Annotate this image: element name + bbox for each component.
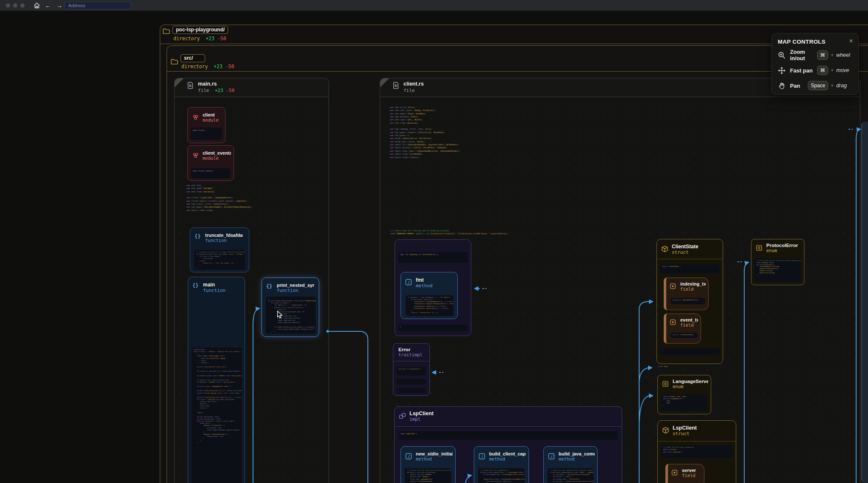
code-fragment: struct Stag bbox=[658, 366, 683, 369]
mouse-cursor bbox=[276, 311, 284, 321]
node-title: LspClient bbox=[409, 411, 434, 416]
directory-name-src[interactable]: src/ bbox=[181, 54, 205, 62]
method-icon: f bbox=[548, 453, 555, 460]
field-node-event-tx[interactable]: event_tx field bbox=[664, 314, 701, 344]
node-kind: struct bbox=[673, 431, 697, 436]
code-snippet: /// Builds the client capabilitiesfn bui… bbox=[478, 468, 525, 483]
map-controls-row-pan: Pan Space + drag bbox=[778, 80, 853, 91]
struct-icon bbox=[661, 245, 668, 253]
code-snippet: #[derive(Debug, Clone, Copy)]pub enum La… bbox=[661, 394, 707, 411]
home-icon[interactable] bbox=[33, 2, 41, 11]
code-snippet: #[tokio::main]async fn main() -> Result<… bbox=[192, 347, 242, 483]
file-meta: file bbox=[403, 88, 415, 93]
code-snippet: } bbox=[396, 388, 426, 393]
cmd-keycap: ⌘ bbox=[817, 66, 828, 75]
directory-name-root[interactable]: poc-lsp-playground/ bbox=[172, 26, 228, 34]
struct-icon bbox=[662, 427, 669, 434]
map-controls-title: MAP CONTROLS bbox=[778, 39, 852, 45]
window-control-dot[interactable] bbox=[6, 3, 10, 8]
module-icon bbox=[192, 152, 199, 159]
node-kind: method bbox=[416, 283, 433, 289]
map-controls-row-zoom: Zoom in/out ⌘ + wheel bbox=[778, 50, 853, 61]
node-kind: module bbox=[203, 117, 219, 122]
enum-icon bbox=[662, 380, 669, 388]
code-snippet bbox=[396, 379, 426, 385]
field-icon bbox=[671, 469, 679, 477]
node-title: indexing_tx bbox=[680, 281, 706, 286]
node-kind: field bbox=[680, 322, 698, 328]
directory-meta-src: directory +23 -50 bbox=[181, 64, 234, 69]
forward-icon[interactable]: → bbox=[56, 2, 62, 9]
code-snippet: } bbox=[660, 348, 720, 355]
map-controls-row-fastpan: Fast pan ⌘ + move bbox=[778, 65, 853, 76]
code-snippet: impl Error for ProtocolError { bbox=[396, 367, 426, 375]
node-kind: module bbox=[203, 155, 231, 161]
file-title: client.rs bbox=[403, 81, 424, 87]
file-icon bbox=[393, 82, 399, 91]
node-title: Error bbox=[398, 347, 423, 352]
node-title: truncate_fdsafda bbox=[205, 233, 243, 238]
node-kind: function bbox=[203, 288, 225, 293]
code-const-tokens: /// Tokens used for tracking end-of-inde… bbox=[390, 229, 661, 236]
removed-count: -50 bbox=[217, 36, 226, 42]
node-kind: method bbox=[416, 456, 453, 461]
offscreen-node-edge[interactable] bbox=[861, 122, 868, 483]
node-title: build_java_comn bbox=[559, 451, 595, 456]
folder-icon bbox=[163, 28, 170, 36]
added-count: +23 bbox=[214, 64, 223, 69]
move-icon bbox=[778, 67, 786, 75]
method-icon: f bbox=[405, 279, 412, 286]
space-keycap: Space bbox=[808, 81, 828, 90]
code-snippet: mod client_events; bbox=[191, 168, 231, 178]
node-title: server bbox=[682, 468, 696, 473]
address-input[interactable] bbox=[64, 2, 131, 9]
file-icon bbox=[187, 82, 194, 91]
code-snippet: /// Builds the Java command with all nec… bbox=[548, 468, 593, 483]
module-icon bbox=[192, 114, 199, 121]
code-snippet: fn fmt(&self, f: &mut Formatter<'_>) -> … bbox=[406, 295, 453, 316]
braces-icon: {} bbox=[266, 283, 273, 291]
node-title: LanguageServer bbox=[673, 379, 708, 384]
node-title: main bbox=[203, 282, 225, 288]
code-snippet: impl fmt::Display for ProtocolError { bbox=[398, 252, 468, 263]
method-icon: f bbox=[405, 453, 412, 460]
code-use-statements-client: use std::error::Error;use std::fmt::{sel… bbox=[390, 106, 568, 196]
field-node-server[interactable]: server field bbox=[665, 464, 704, 483]
window-control-dot[interactable] bbox=[20, 3, 25, 8]
code-snippet: impl LspClient { bbox=[398, 431, 618, 440]
node-title: event_tx bbox=[680, 317, 698, 322]
node-kind: enum bbox=[673, 384, 708, 389]
window-control-dot[interactable] bbox=[13, 3, 17, 8]
fold-corner bbox=[380, 78, 389, 87]
code-snippet: /// Truncates a string if it's longer th… bbox=[194, 250, 245, 269]
added-count: +23 bbox=[206, 36, 214, 42]
node-title: build_client_capa bbox=[489, 451, 526, 456]
svg-text:f: f bbox=[551, 455, 553, 459]
node-title: new_stdio_initiali bbox=[416, 451, 453, 456]
enum-icon bbox=[756, 244, 763, 252]
svg-text:f: f bbox=[408, 280, 410, 285]
node-kind: method bbox=[559, 456, 595, 461]
node-kind: enum bbox=[766, 248, 798, 253]
node-title: print_nested_syr bbox=[277, 283, 314, 288]
back-icon[interactable]: ← bbox=[45, 2, 51, 9]
node-title: LspClient bbox=[673, 425, 697, 431]
code-snippet: event_tx: ClientEventSender, bbox=[670, 333, 698, 338]
svg-text:f: f bbox=[408, 455, 410, 459]
divider bbox=[167, 71, 868, 72]
node-kind: function bbox=[205, 238, 243, 243]
divider bbox=[160, 44, 868, 44]
removed-count: -50 bbox=[225, 64, 234, 69]
window-titlebar: ← → bbox=[0, 0, 868, 11]
close-icon[interactable]: × bbox=[849, 37, 853, 45]
node-title: fmt bbox=[416, 277, 433, 283]
impl-icon bbox=[399, 412, 406, 419]
code-snippet: mod client; bbox=[191, 128, 222, 140]
node-title: client_events bbox=[203, 150, 231, 155]
field-node-indexing-tx[interactable]: indexing_tx field bbox=[664, 278, 709, 310]
node-kind: function bbox=[277, 288, 314, 293]
node-kind: method bbox=[489, 456, 526, 461]
hand-icon bbox=[778, 82, 786, 90]
code-snippet: } bbox=[398, 325, 468, 331]
file-title: main.rs bbox=[198, 81, 217, 87]
